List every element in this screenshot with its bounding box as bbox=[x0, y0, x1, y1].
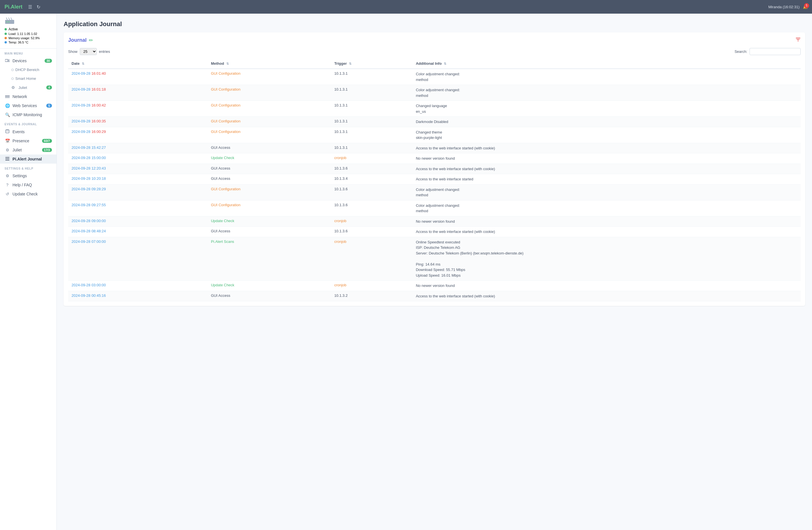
svg-line-6 bbox=[9, 18, 10, 20]
cell-trigger: 10.1.3.1 bbox=[331, 127, 412, 143]
juliet2-badge: 17/3 bbox=[42, 148, 52, 152]
cell-trigger: 10.1.3.6 bbox=[331, 227, 412, 237]
sidebar-item-settings[interactable]: ⚙ Settings bbox=[0, 171, 57, 180]
table-row: 2024-09-28 08:48:24GUI Access10.1.3.6Acc… bbox=[68, 227, 801, 237]
trigger-value: 10.1.3.1 bbox=[334, 103, 348, 108]
devices-icon bbox=[4, 58, 10, 63]
info-value: Darkmode Disabled bbox=[416, 119, 797, 125]
info-value: Color adjustment changed: method bbox=[416, 87, 797, 98]
cell-info: Online Speedtest executed ISP: Deutsche … bbox=[412, 237, 801, 281]
time-value: 10:20:18 bbox=[91, 176, 106, 181]
date-value: 2024-09-28 bbox=[72, 293, 90, 298]
trigger-value: 10.1.3.6 bbox=[334, 166, 348, 170]
sidebar-item-presence[interactable]: 📅 Presence 60/7 bbox=[0, 136, 57, 145]
sidebar-item-help[interactable]: ? Help / FAQ bbox=[0, 180, 57, 189]
main-layout: Active Load: 1.11 1.05 1.02 Memory usage… bbox=[0, 14, 812, 530]
trigger-value: 10.1.3.6 bbox=[334, 203, 348, 207]
entries-select[interactable]: 25 10 50 100 bbox=[80, 48, 97, 55]
settings-help-label: SETTINGS & HELP bbox=[0, 163, 57, 171]
sidebar-item-icmp[interactable]: 🔍 ICMP Monitoring bbox=[0, 110, 57, 119]
dhcp-label: DHCP Bereich bbox=[15, 68, 39, 72]
devices-badge: 30 bbox=[45, 59, 52, 63]
filter-icon[interactable] bbox=[796, 37, 801, 43]
sidebar-item-network[interactable]: Network bbox=[0, 92, 57, 101]
cell-method: GUI Configuration bbox=[207, 200, 331, 216]
time-value: 16:00:35 bbox=[91, 119, 106, 123]
presence-icon: 📅 bbox=[4, 139, 10, 143]
method-value: GUI Access bbox=[211, 145, 230, 150]
brand-accent: Pi bbox=[4, 4, 9, 10]
cell-info: Access to the web interface started (wit… bbox=[412, 163, 801, 174]
bell-button[interactable]: 🔔 5 bbox=[803, 5, 808, 9]
show-entries: Show 25 10 50 100 entries bbox=[68, 48, 110, 55]
time-value: 03:00:00 bbox=[91, 283, 106, 287]
info-value: Access to the web interface started bbox=[416, 176, 797, 182]
brand-dot: .Alert bbox=[9, 4, 23, 10]
sidebar-item-smarthome[interactable]: Smart Home bbox=[0, 74, 57, 83]
trigger-value: 10.1.3.1 bbox=[334, 130, 348, 134]
svg-rect-17 bbox=[5, 157, 9, 158]
svg-rect-9 bbox=[8, 60, 10, 62]
sidebar-item-pialert-journal[interactable]: Pi.Alert Journal bbox=[0, 155, 57, 163]
sidebar-item-devices[interactable]: Devices 30 bbox=[0, 56, 57, 65]
th-trigger[interactable]: Trigger ⇅ bbox=[331, 58, 412, 69]
presence-badge: 60/7 bbox=[42, 139, 52, 143]
cell-trigger: cronjob bbox=[331, 237, 412, 281]
cell-date: 2024-09-28 15:42:27 bbox=[68, 143, 207, 153]
refresh-icon[interactable]: ↻ bbox=[37, 4, 40, 10]
help-icon: ? bbox=[4, 183, 10, 187]
time-value: 09:00:00 bbox=[91, 219, 106, 223]
table-row: 2024-09-28 16:00:29GUI Configuration10.1… bbox=[68, 127, 801, 143]
smarthome-circle-icon bbox=[11, 77, 14, 80]
menu-icon[interactable]: ☰ bbox=[28, 4, 32, 10]
cell-method: GUI Configuration bbox=[207, 127, 331, 143]
table-header-row: Date ⇅ Method ⇅ Trigger ⇅ Additional Inf… bbox=[68, 58, 801, 69]
navbar: Pi.Alert ☰ ↻ Miranda (16:02:31) 🔔 5 bbox=[0, 0, 812, 14]
user-info: Miranda (16:02:31) bbox=[768, 5, 799, 9]
sidebar-item-juliet[interactable]: ⚙ Juliet 4 bbox=[0, 83, 57, 92]
edit-icon[interactable]: ✏ bbox=[89, 37, 93, 43]
cell-trigger: 10.1.3.1 bbox=[331, 117, 412, 127]
time-value: 08:48:24 bbox=[91, 229, 106, 233]
cell-info: No newer version found bbox=[412, 281, 801, 291]
search-label: Search: bbox=[735, 49, 747, 54]
status-active: Active bbox=[4, 27, 52, 31]
search-input[interactable] bbox=[750, 48, 801, 55]
date-value: 2024-09-28 bbox=[72, 87, 90, 91]
info-value: Access to the web interface started (wit… bbox=[416, 293, 797, 299]
sidebar-item-webservices[interactable]: 🌐 Web Services 5 bbox=[0, 101, 57, 110]
info-value: No newer version found bbox=[416, 219, 797, 224]
sidebar-item-update[interactable]: ↺ Update Check bbox=[0, 189, 57, 199]
svg-rect-10 bbox=[5, 96, 10, 96]
active-dot bbox=[4, 28, 7, 30]
table-row: 2024-09-28 12:20:43GUI Access10.1.3.6Acc… bbox=[68, 163, 801, 174]
journal-nav-icon bbox=[4, 157, 10, 161]
th-method[interactable]: Method ⇅ bbox=[207, 58, 331, 69]
date-value: 2024-09-28 bbox=[72, 103, 90, 108]
cell-trigger: 10.1.3.1 bbox=[331, 69, 412, 85]
navbar-right: Miranda (16:02:31) 🔔 5 bbox=[768, 5, 808, 9]
bell-badge: 5 bbox=[804, 3, 809, 8]
cell-date: 2024-09-28 16:00:42 bbox=[68, 101, 207, 117]
journal-section-title: Journal bbox=[68, 37, 87, 43]
date-value: 2024-09-28 bbox=[72, 119, 90, 123]
cell-method: Update Check bbox=[207, 153, 331, 164]
help-label: Help / FAQ bbox=[13, 183, 32, 187]
sort-trigger-icon: ⇅ bbox=[349, 62, 351, 65]
table-row: 2024-09-28 10:20:18GUI Access10.1.3.4Acc… bbox=[68, 174, 801, 185]
method-value: GUI Configuration bbox=[211, 187, 241, 191]
th-date[interactable]: Date ⇅ bbox=[68, 58, 207, 69]
sidebar-item-juliet2[interactable]: ⚙ Juliet 17/3 bbox=[0, 145, 57, 155]
sidebar-item-dhcp[interactable]: DHCP Bereich bbox=[0, 65, 57, 74]
trigger-value: 10.1.3.6 bbox=[334, 187, 348, 191]
svg-rect-8 bbox=[5, 59, 8, 62]
info-value: Color adjustment changed: method bbox=[416, 187, 797, 198]
sidebar-item-events[interactable]: Events bbox=[0, 127, 57, 136]
trigger-value: 10.1.3.2 bbox=[334, 293, 348, 298]
table-row: 2024-09-28 15:42:27GUI Access10.1.3.1Acc… bbox=[68, 143, 801, 153]
webservices-label: Web Services bbox=[13, 103, 37, 108]
th-info[interactable]: Additional Info ⇅ bbox=[412, 58, 801, 69]
load-dot bbox=[4, 33, 7, 35]
sidebar-status: Active Load: 1.11 1.05 1.02 Memory usage… bbox=[0, 14, 57, 48]
cell-info: Changed language en_us bbox=[412, 101, 801, 117]
